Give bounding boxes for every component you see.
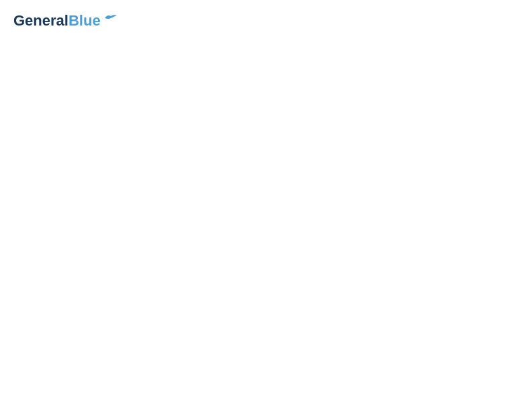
logo-bird-icon <box>103 13 118 24</box>
logo: GeneralBlue <box>13 13 118 28</box>
logo-text: GeneralBlue <box>13 13 101 28</box>
page-header: GeneralBlue <box>13 13 519 28</box>
